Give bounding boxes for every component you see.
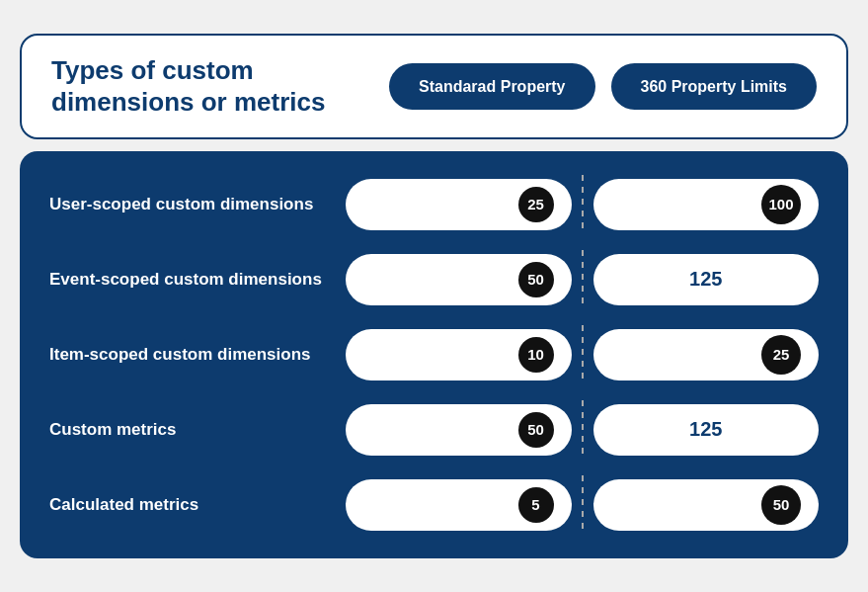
- table-row: Calculated metrics 5 50: [49, 475, 819, 535]
- standard-value-pill: 5: [346, 479, 572, 531]
- limit360-value-pill: 125: [593, 404, 820, 456]
- table-row: Item-scoped custom dimensions 10 25: [49, 325, 819, 384]
- standard-value-pill: 50: [346, 254, 572, 305]
- standard-value-pill: 50: [346, 404, 572, 456]
- table-row: Event-scoped custom dimensions 50 125: [49, 250, 819, 309]
- header-title: Types of custom dimensions or metrics: [51, 55, 367, 117]
- limit360-badge: 25: [761, 335, 801, 375]
- column-divider: [582, 325, 584, 384]
- row-values: 25 100: [346, 175, 819, 234]
- limit360-value-pill: 125: [593, 254, 820, 305]
- standard-badge: 25: [518, 187, 554, 222]
- data-card: User-scoped custom dimensions 25 100 Eve…: [20, 151, 848, 558]
- limit360-plain: 125: [689, 418, 722, 441]
- limit360-badge: 50: [761, 485, 801, 525]
- standard-badge: 50: [518, 262, 554, 297]
- standard-badge: 50: [518, 412, 554, 448]
- row-values: 5 50: [346, 475, 819, 535]
- limit360-value-pill: 100: [593, 179, 820, 230]
- column-divider: [582, 175, 584, 234]
- table-row: Custom metrics 50 125: [49, 400, 819, 460]
- row-label: Calculated metrics: [49, 495, 346, 515]
- header-buttons: Standarad Property 360 Property Limits: [389, 63, 817, 110]
- limit360-badge: 100: [761, 185, 801, 224]
- row-label: Event-scoped custom dimensions: [49, 270, 346, 290]
- limit360-plain: 125: [689, 268, 722, 291]
- row-values: 50 125: [346, 400, 819, 460]
- table-row: User-scoped custom dimensions 25 100: [49, 175, 819, 234]
- standard-property-button[interactable]: Standarad Property: [389, 63, 594, 110]
- limit360-value-pill: 25: [593, 329, 820, 381]
- column-divider: [582, 475, 584, 535]
- standard-badge: 5: [518, 487, 554, 523]
- standard-value-pill: 10: [346, 329, 572, 381]
- row-label: User-scoped custom dimensions: [49, 195, 346, 214]
- row-label: Custom metrics: [49, 420, 346, 440]
- main-container: Types of custom dimensions or metrics St…: [20, 34, 848, 557]
- column-divider: [582, 400, 584, 460]
- limit360-value-pill: 50: [593, 479, 820, 531]
- standard-value-pill: 25: [346, 179, 572, 230]
- 360-property-limits-button[interactable]: 360 Property Limits: [611, 63, 818, 110]
- row-values: 50 125: [346, 250, 819, 309]
- header-card: Types of custom dimensions or metrics St…: [20, 34, 848, 138]
- standard-badge: 10: [518, 337, 554, 373]
- column-divider: [582, 250, 584, 309]
- row-values: 10 25: [346, 325, 819, 384]
- row-label: Item-scoped custom dimensions: [49, 345, 346, 365]
